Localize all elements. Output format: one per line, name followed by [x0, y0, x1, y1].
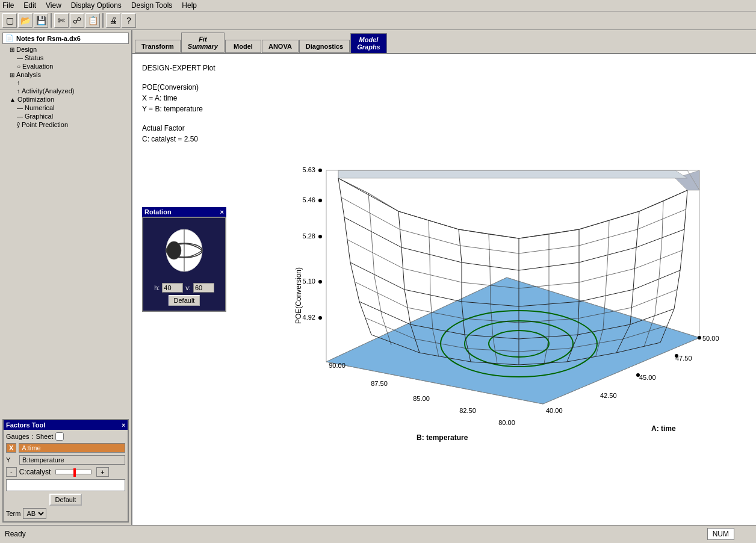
- tree-item-analysis[interactable]: ⊞ Analysis: [2, 70, 129, 79]
- menu-edit[interactable]: Edit: [23, 1, 36, 10]
- y-tick-5-46: 5.46: [303, 196, 315, 203]
- tree-item-point-prediction[interactable]: ŷ Point Prediction: [2, 120, 129, 129]
- tree-item-graphical[interactable]: — Graphical: [2, 112, 129, 120]
- factors-tool-title: Factors Tool: [6, 421, 45, 429]
- tree-root-label: Notes for Rsm-a.dx6: [16, 35, 81, 42]
- gauges-row: Gauges : Sheet: [6, 432, 125, 441]
- tab-model-graphs[interactable]: ModelGraphs: [350, 33, 387, 53]
- rotation-params: h: v:: [154, 283, 214, 293]
- menu-view[interactable]: View: [46, 1, 61, 10]
- x-value-field[interactable]: A:time: [19, 443, 125, 453]
- mesh-top-edge: [338, 178, 687, 238]
- numerical-icon: —: [17, 105, 23, 111]
- design-icon: ⊞: [10, 46, 14, 53]
- new-button[interactable]: ▢: [2, 13, 17, 28]
- tree-view: 📄 Notes for Rsm-a.dx6 ⊞ Design — Status …: [0, 30, 131, 417]
- plot-info: DESIGN-EXPERT Plot POE(Conversion) X = A…: [137, 59, 258, 520]
- cat-label: C:catalyst: [19, 468, 51, 476]
- y-tick-4-92: 4.92: [303, 314, 315, 321]
- mesh-col-1: [338, 178, 371, 335]
- point-pred-icon: ŷ: [17, 122, 20, 128]
- rotation-title-bar: Rotation ×: [142, 207, 226, 217]
- open-button[interactable]: 📂: [18, 13, 33, 28]
- rotation-title: Rotation: [144, 208, 172, 216]
- copy-button[interactable]: ☍: [70, 13, 84, 28]
- rotation-shape-svg: [157, 225, 211, 276]
- y-label: Y: [6, 456, 17, 464]
- term-row: Term AB: [6, 508, 125, 519]
- activity-analyzed-icon: ↑: [17, 88, 20, 95]
- graphical-label: Graphical: [25, 113, 53, 120]
- factors-default-button[interactable]: Default: [49, 494, 82, 506]
- menu-file[interactable]: File: [2, 1, 14, 10]
- cut-button[interactable]: ✄: [54, 13, 69, 28]
- optimization-icon: ▲: [10, 96, 16, 103]
- plot-x-axis: X = A: time: [142, 94, 253, 102]
- menu-help[interactable]: Help: [182, 1, 197, 10]
- content-area: DESIGN-EXPERT Plot POE(Conversion) X = A…: [132, 54, 756, 525]
- colon-1: :: [32, 433, 34, 440]
- cat-minus-btn[interactable]: -: [6, 467, 17, 477]
- numerical-label: Numerical: [25, 104, 55, 111]
- rotation-tool: Rotation ×: [142, 207, 226, 315]
- actual-factor-label: Actual Factor: [142, 124, 253, 132]
- actual-factor-value: C: catalyst = 2.50: [142, 135, 253, 143]
- tab-transform[interactable]: Transform: [135, 40, 181, 53]
- rotation-close[interactable]: ×: [220, 208, 224, 216]
- design-label: Design: [16, 46, 37, 53]
- tab-diagnostics[interactable]: Diagnostics: [299, 40, 350, 53]
- factors-tool: Factors Tool × Gauges : Sheet X A:time Y…: [2, 419, 129, 523]
- y-dot-3: [318, 235, 322, 238]
- cat-slider[interactable]: [55, 470, 91, 474]
- sheet-checkbox[interactable]: [55, 432, 64, 441]
- tab-model[interactable]: Model: [225, 40, 261, 53]
- factors-tool-title-bar: Factors Tool ×: [4, 420, 128, 430]
- x-axis-button[interactable]: X: [6, 443, 16, 453]
- mesh-row-1b: [341, 197, 686, 253]
- catalyst-row: - C:catalyst +: [6, 467, 125, 477]
- sheet-label: Sheet: [36, 433, 54, 440]
- svg-point-3: [167, 241, 181, 259]
- tree-item-optimization[interactable]: ▲ Optimization: [2, 95, 129, 104]
- y-row: Y B:temperature: [6, 455, 125, 465]
- status-icon: —: [17, 55, 23, 61]
- y-dot-5: [318, 316, 322, 320]
- y-dot-1: [318, 169, 322, 172]
- tree-item-evaluation[interactable]: ○ Evaluation: [2, 62, 129, 70]
- h-input[interactable]: [162, 283, 183, 293]
- main-layout: 📄 Notes for Rsm-a.dx6 ⊞ Design — Status …: [0, 30, 756, 525]
- empty-input-row: [6, 479, 125, 491]
- help-button[interactable]: ?: [122, 13, 136, 28]
- menu-bar: File Edit View Display Options Design To…: [0, 0, 756, 11]
- status-text: Ready: [5, 530, 702, 538]
- term-label: Term: [6, 510, 20, 517]
- tree-item-activity-analyzed[interactable]: ↑ Activity(Analyzed): [2, 87, 129, 95]
- rotation-default-button[interactable]: Default: [169, 295, 200, 306]
- tree-root[interactable]: 📄 Notes for Rsm-a.dx6: [2, 33, 129, 44]
- num-indicator: NUM: [707, 528, 734, 540]
- menu-display-options[interactable]: Display Options: [71, 1, 122, 10]
- x-tick-42-5: 42.50: [600, 392, 617, 399]
- tab-fit-summary[interactable]: FitSummary: [181, 33, 225, 53]
- rotation-canvas: [151, 220, 217, 281]
- x-dot-3: [636, 373, 640, 377]
- v-input[interactable]: [193, 283, 214, 293]
- term-select[interactable]: AB: [23, 508, 46, 519]
- left-panel: 📄 Notes for Rsm-a.dx6 ⊞ Design — Status …: [0, 30, 132, 525]
- cat-plus-btn[interactable]: +: [96, 467, 108, 477]
- y-dot-4: [318, 280, 322, 284]
- tab-anova[interactable]: ANOVA: [262, 40, 299, 53]
- paste-button[interactable]: 📋: [85, 13, 100, 28]
- print-button[interactable]: 🖨: [106, 13, 120, 28]
- mesh-col-1b: [368, 193, 391, 345]
- save-button[interactable]: 💾: [34, 13, 48, 28]
- y-tick-5-28: 5.28: [303, 232, 315, 240]
- y-value-field[interactable]: B:temperature: [19, 455, 125, 465]
- x-tick-50: 50.00: [702, 335, 719, 342]
- tree-item-design[interactable]: ⊞ Design: [2, 45, 129, 54]
- tree-item-status[interactable]: — Status: [2, 54, 129, 62]
- tree-item-activity1[interactable]: ↑: [2, 79, 129, 87]
- menu-design-tools[interactable]: Design Tools: [131, 1, 172, 10]
- tree-item-numerical[interactable]: — Numerical: [2, 104, 129, 112]
- factors-tool-close[interactable]: ×: [122, 422, 125, 429]
